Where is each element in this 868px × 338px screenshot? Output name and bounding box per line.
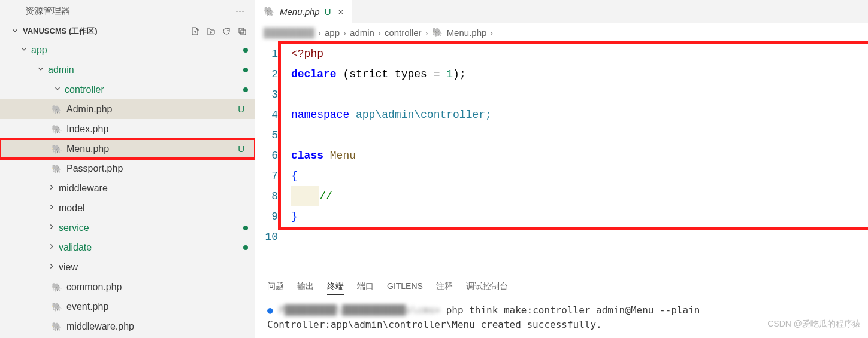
php-file-icon: 🐘 <box>52 164 62 173</box>
tab-label: Menu.php <box>280 7 320 17</box>
folder-label: service <box>59 223 243 233</box>
line-number: 1 <box>255 44 278 64</box>
git-status: U <box>238 144 244 154</box>
folder-view[interactable]: view <box>0 257 255 277</box>
explorer-header: 资源管理器 ··· <box>0 0 255 22</box>
php-file-icon: 🐘 <box>52 282 62 292</box>
breadcrumb-segment[interactable]: controller <box>385 28 422 38</box>
breadcrumb-segment[interactable]: Menu.php <box>447 28 487 38</box>
file-tree: app admin controller 🐘 Admin.php U 🐘 Ind… <box>0 40 255 338</box>
breadcrumb-segment[interactable]: app <box>325 28 340 38</box>
folder-app[interactable]: app <box>0 40 255 60</box>
php-file-icon: 🐘 <box>52 105 62 114</box>
tab-problems[interactable]: 问题 <box>267 281 284 295</box>
breadcrumb-segment[interactable]: admin <box>350 28 374 38</box>
line-gutter: 1 2 3 4 5 6 7 8 9 10 <box>255 44 291 247</box>
file-admin-php[interactable]: 🐘 Admin.php U <box>0 99 255 119</box>
refresh-icon[interactable] <box>222 26 231 36</box>
code-content[interactable]: <?php declare (strict_types = 1); namesp… <box>291 44 868 247</box>
explorer-sidebar: 资源管理器 ··· VANUSCMS (工作区) app admin <box>0 0 255 338</box>
new-file-icon[interactable] <box>190 26 200 36</box>
git-dot-icon <box>243 87 248 92</box>
chevron-down-icon <box>36 65 46 75</box>
folder-label: app <box>31 45 243 56</box>
line-number: 8 <box>255 186 278 206</box>
file-menu-php[interactable]: 🐘 Menu.php U <box>0 139 255 159</box>
code-token: } <box>291 211 298 223</box>
file-label: Index.php <box>66 124 248 135</box>
chevron-right-icon <box>47 223 56 233</box>
close-icon[interactable]: × <box>338 7 344 17</box>
folder-controller[interactable]: controller <box>0 80 255 99</box>
folder-label: admin <box>48 65 243 75</box>
tab-terminal[interactable]: 终端 <box>327 281 344 295</box>
breadcrumb-segment: ████████ <box>264 28 314 38</box>
chevron-down-icon <box>19 45 29 55</box>
code-token: class <box>291 150 323 162</box>
bullet-icon: ● <box>267 304 273 316</box>
code-token: Menu <box>323 150 356 162</box>
file-index-php[interactable]: 🐘 Index.php <box>0 119 255 139</box>
chevron-right-icon: › <box>318 28 321 38</box>
line-number: 5 <box>255 125 278 145</box>
folder-admin[interactable]: admin <box>0 60 255 80</box>
file-event-php[interactable]: 🐘 event.php <box>0 297 255 316</box>
code-token: app\admin\controller; <box>349 109 492 121</box>
chevron-down-icon <box>11 26 19 36</box>
folder-middleware[interactable]: middleware <box>0 178 255 198</box>
line-number: 2 <box>255 64 278 84</box>
php-file-icon: 🐘 <box>264 6 275 17</box>
code-token: namespace <box>291 109 349 121</box>
terminal-text: Controller:app\admin\controller\Menu cre… <box>267 319 602 330</box>
line-number: 7 <box>255 166 278 186</box>
tab-git-status: U <box>325 7 331 17</box>
new-folder-icon[interactable] <box>206 26 216 36</box>
workspace-actions <box>190 26 247 36</box>
php-file-icon: 🐘 <box>52 322 62 331</box>
tab-gitlens[interactable]: GITLENS <box>387 281 423 295</box>
file-common-php[interactable]: 🐘 common.php <box>0 277 255 297</box>
breadcrumb[interactable]: ████████ › app › admin › controller › 🐘 … <box>255 23 868 41</box>
chevron-right-icon <box>47 242 56 252</box>
tab-debug-console[interactable]: 调试控制台 <box>466 281 508 295</box>
line-number: 9 <box>255 206 278 227</box>
explorer-title: 资源管理器 <box>25 5 70 17</box>
file-passport-php[interactable]: 🐘 Passport.php <box>0 159 255 178</box>
chevron-right-icon: › <box>378 28 381 38</box>
file-label: Passport.php <box>66 163 248 174</box>
php-file-icon: 🐘 <box>432 27 443 38</box>
folder-validate[interactable]: validate <box>0 237 255 257</box>
chevron-right-icon: › <box>490 28 493 38</box>
file-label: Admin.php <box>66 104 238 115</box>
chevron-right-icon <box>47 262 56 272</box>
folder-label: view <box>59 262 248 273</box>
file-label: event.php <box>66 302 248 312</box>
file-label: Menu.php <box>66 144 238 154</box>
git-dot-icon <box>243 226 248 230</box>
tab-menu-php[interactable]: 🐘 Menu.php U × <box>255 0 352 23</box>
tab-output[interactable]: 输出 <box>297 281 314 295</box>
editor-tabs: 🐘 Menu.php U × <box>255 0 868 23</box>
explorer-more-icon[interactable]: ··· <box>235 5 244 17</box>
chevron-right-icon <box>47 203 56 213</box>
collapse-icon[interactable] <box>237 26 247 36</box>
tab-ports[interactable]: 端口 <box>357 281 374 295</box>
editor-area[interactable]: 1 2 3 4 5 6 7 8 9 10 <?php declare (stri… <box>255 41 868 275</box>
php-file-icon: 🐘 <box>52 302 62 312</box>
chevron-right-icon: › <box>343 28 346 38</box>
code-token: // <box>319 190 332 202</box>
folder-service[interactable]: service <box>0 218 255 237</box>
file-label: middleware.php <box>66 321 248 332</box>
line-number: 6 <box>255 145 278 166</box>
folder-model[interactable]: model <box>0 198 255 218</box>
php-file-icon: 🐘 <box>52 144 62 154</box>
chevron-down-icon <box>53 84 62 95</box>
file-label: common.php <box>66 282 248 293</box>
workspace-header[interactable]: VANUSCMS (工作区) <box>0 22 255 40</box>
file-middleware-php[interactable]: 🐘 middleware.php <box>0 316 255 336</box>
code-token: <?php <box>291 48 323 60</box>
code-token: { <box>291 170 298 182</box>
folder-label: middleware <box>59 183 248 194</box>
terminal-text: php think make:controller admin@Menu --p… <box>440 304 700 316</box>
tab-comments[interactable]: 注释 <box>436 281 453 295</box>
